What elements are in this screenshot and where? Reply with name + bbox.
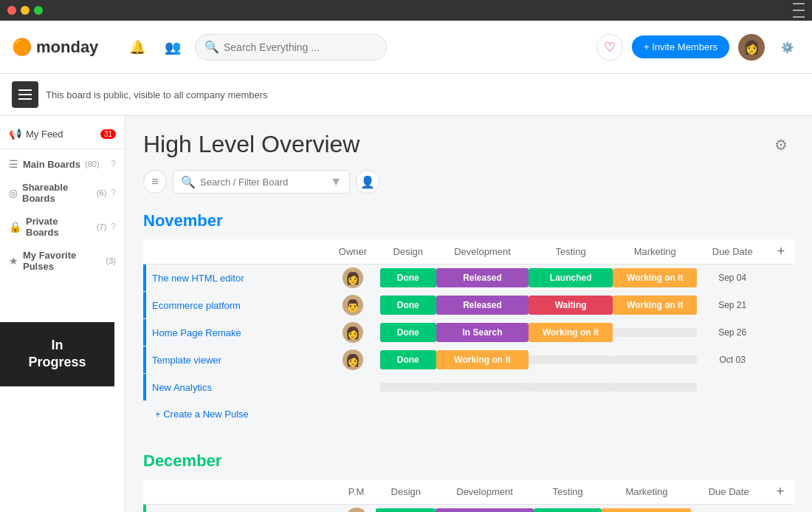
design-status[interactable]: Done (380, 296, 436, 315)
main-boards-count: (80) (85, 160, 100, 168)
testing-status[interactable]: Working on it (529, 323, 613, 342)
marketing-status[interactable] (613, 355, 697, 364)
testing-status[interactable]: Waiting (529, 296, 613, 315)
owner-avatar: 👩 (346, 508, 367, 512)
marketing-cell[interactable]: Working on it (613, 292, 697, 319)
maximize-dot[interactable] (34, 6, 43, 15)
marketing-cell[interactable]: Working on it (613, 264, 697, 292)
nov-col-development: Development (436, 239, 529, 264)
testing-cell[interactable]: Working on it (529, 319, 613, 347)
sidebar-item-shareable-boards[interactable]: ◎ Shareable Boards (6) ? (0, 176, 125, 210)
testing-cell[interactable] (529, 374, 613, 401)
sidebar-item-main-boards[interactable]: ☰ Main Boards (80) ? (0, 152, 125, 176)
design-status[interactable]: Done (376, 508, 436, 512)
table-row: Template viewer 👩 Done Working on it Oct… (143, 347, 794, 374)
sidebar-item-my-feed[interactable]: 📢 My Feed 31 (0, 122, 125, 146)
marketing-cell[interactable]: Working on it (602, 505, 691, 513)
development-status[interactable]: Released (436, 268, 529, 287)
invite-members-button[interactable]: + Invite Members (632, 35, 729, 58)
development-status[interactable]: Released (436, 296, 529, 315)
settings-icon[interactable]: ⚙️ (774, 34, 800, 61)
testing-cell[interactable]: Waiting (529, 292, 613, 319)
design-cell[interactable]: Done (376, 505, 436, 513)
row-label-cell: New App (146, 505, 337, 513)
row-label[interactable]: Ecommerce platform (146, 292, 326, 318)
marketing-status[interactable] (613, 328, 697, 337)
development-status[interactable]: Released (436, 508, 534, 512)
main-boards-help[interactable]: ? (111, 159, 116, 169)
testing-cell[interactable]: Launched (534, 505, 602, 513)
nov-col-design: Design (380, 239, 436, 264)
development-cell[interactable]: Released (436, 292, 529, 319)
add-column-button[interactable]: + (768, 239, 794, 264)
marketing-cell[interactable] (613, 319, 697, 347)
private-boards-help[interactable]: ? (111, 222, 116, 232)
team-button[interactable]: 👥 (159, 34, 186, 61)
row-label-cell: Home Page Remake (146, 319, 326, 347)
development-cell[interactable]: Working on it (436, 347, 529, 374)
design-cell[interactable]: Done (380, 319, 436, 347)
person-filter-button[interactable]: 👤 (356, 170, 379, 194)
filter-search-bar[interactable]: 🔍 ▼ (173, 170, 350, 194)
owner-avatar: 👨 (343, 295, 363, 315)
notifications-button[interactable]: 🔔 (124, 34, 151, 61)
star-icon: ★ (9, 255, 18, 267)
design-status[interactable]: Done (380, 323, 436, 342)
marketing-cell[interactable] (613, 347, 697, 374)
testing-status[interactable] (529, 355, 613, 364)
design-cell[interactable]: Done (380, 264, 436, 292)
user-avatar[interactable]: 👩 (738, 34, 765, 61)
row-label[interactable]: New App (146, 505, 337, 512)
view-toggle-button[interactable]: ≡ (143, 170, 167, 194)
sidebar-item-private-boards[interactable]: 🔒 Private Boards (7) ? (0, 210, 125, 244)
sidebar-item-favorites[interactable]: ★ My Favorite Pulses (3) (0, 244, 125, 278)
design-cell[interactable]: Done (380, 347, 436, 374)
development-cell[interactable]: Released (436, 264, 529, 292)
favorites-button[interactable]: ♡ (596, 34, 623, 61)
design-cell[interactable]: Done (380, 292, 436, 319)
marketing-status[interactable]: Working on it (602, 508, 691, 512)
search-bar[interactable]: 🔍 (195, 34, 387, 61)
development-status[interactable]: Working on it (436, 350, 529, 369)
testing-status[interactable] (529, 383, 613, 392)
row-label[interactable]: Home Page Remake (146, 319, 326, 346)
row-label-cell: Ecommerce platform (146, 292, 326, 319)
development-status[interactable] (436, 383, 529, 392)
minimize-dot[interactable] (21, 6, 30, 15)
design-status[interactable] (380, 383, 436, 392)
design-cell[interactable] (380, 374, 436, 401)
development-cell[interactable]: In Search (436, 319, 529, 347)
search-input[interactable] (224, 41, 377, 53)
row-label[interactable]: New Analytics (146, 374, 326, 400)
testing-cell[interactable]: Launched (529, 264, 613, 292)
boards-icon: ☰ (9, 158, 18, 170)
owner-cell: 👩 (326, 264, 379, 292)
create-pulse-button[interactable]: + Create a New Pulse (146, 403, 794, 426)
marketing-cell[interactable] (613, 374, 697, 401)
row-label[interactable]: The new HTML editor (146, 264, 326, 291)
development-cell[interactable] (436, 374, 529, 401)
add-column-dec-button[interactable]: + (766, 479, 794, 505)
shareable-boards-help[interactable]: ? (111, 188, 116, 198)
testing-cell[interactable] (529, 347, 613, 374)
marketing-status[interactable]: Working on it (613, 268, 697, 287)
board-title-row: High Level Overview ⚙ (143, 131, 794, 158)
marketing-status[interactable]: Working on it (613, 296, 697, 315)
board-settings-button[interactable]: ⚙ (768, 132, 794, 158)
marketing-status[interactable] (613, 383, 697, 392)
owner-avatar: 👩 (343, 267, 363, 288)
menu-toggle-button[interactable] (12, 81, 38, 108)
design-status[interactable]: Done (380, 268, 436, 287)
filter-search-input[interactable] (200, 177, 326, 188)
design-status[interactable]: Done (380, 350, 436, 369)
filter-dropdown-icon[interactable]: ▼ (330, 175, 342, 188)
logo-icon: 🟠 (12, 38, 32, 57)
owner-cell: 👨 (326, 292, 379, 319)
owner-cell (326, 374, 379, 401)
row-label[interactable]: Template viewer (146, 347, 326, 373)
close-dot[interactable] (7, 6, 16, 15)
testing-status[interactable]: Launched (534, 508, 602, 512)
testing-status[interactable]: Launched (529, 268, 613, 287)
development-cell[interactable]: Released (436, 505, 534, 513)
development-status[interactable]: In Search (436, 323, 529, 342)
